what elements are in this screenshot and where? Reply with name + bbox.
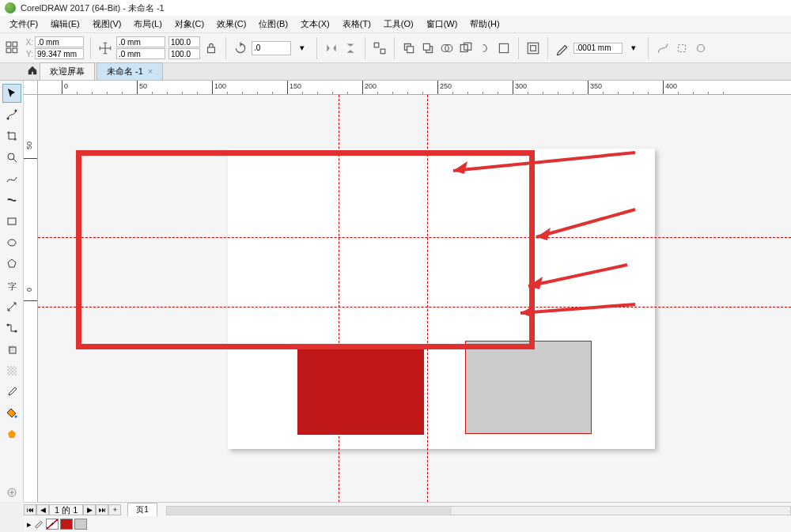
order-back-icon[interactable]	[420, 40, 436, 56]
close-tab-icon[interactable]: ×	[148, 66, 153, 76]
horizontal-ruler[interactable]: 050100150200250300350400	[38, 81, 791, 95]
polygon-tool[interactable]	[2, 255, 21, 274]
svg-rect-16	[528, 43, 539, 54]
mirror-h-icon[interactable]	[324, 40, 339, 56]
workspace: 050100150200250300350400 500	[24, 81, 791, 502]
svg-rect-6	[380, 49, 385, 54]
connector-tool[interactable]	[2, 319, 21, 338]
freehand-tool[interactable]	[2, 169, 21, 188]
rectangle-tool[interactable]	[2, 212, 21, 231]
crop-tool[interactable]	[2, 126, 21, 145]
svg-rect-17	[531, 45, 536, 51]
parallel-dim-tool[interactable]	[2, 297, 21, 316]
menu-layout[interactable]: 布局(L)	[127, 18, 168, 30]
scale-y-input[interactable]	[168, 48, 200, 59]
convert-curves-icon[interactable]	[655, 40, 671, 56]
zoom-tool[interactable]	[2, 148, 21, 167]
eyedropper-tool[interactable]	[2, 383, 21, 402]
toolbox: 字	[0, 81, 24, 502]
annotation-arrow	[520, 206, 639, 245]
tab-welcome[interactable]: 欢迎屏幕	[40, 62, 95, 80]
svg-rect-18	[679, 44, 686, 51]
menu-file[interactable]: 文件(F)	[3, 18, 44, 30]
edit-fill-icon[interactable]	[33, 518, 44, 530]
height-input[interactable]	[116, 48, 165, 59]
ellipse-tool[interactable]	[2, 233, 21, 252]
menu-window[interactable]: 窗口(W)	[420, 18, 464, 30]
red-filled-rectangle[interactable]	[297, 348, 424, 435]
outline-dropdown[interactable]: ▾	[626, 40, 642, 56]
menu-help[interactable]: 帮助(H)	[464, 18, 505, 30]
order-front-icon[interactable]	[401, 40, 417, 56]
tab-document[interactable]: 未命名 -1×	[97, 62, 163, 80]
rotation-icon	[233, 40, 248, 56]
svg-point-26	[6, 324, 9, 326]
svg-rect-28	[8, 345, 14, 352]
object-position-icon[interactable]	[5, 40, 21, 56]
quick-customize-icon[interactable]	[2, 483, 21, 502]
horizontal-scrollbar[interactable]	[166, 505, 791, 516]
outline-width-input[interactable]	[573, 43, 623, 54]
canvas[interactable]	[38, 95, 791, 502]
page-tab[interactable]: 页1	[127, 503, 157, 517]
swatch-red[interactable]	[60, 519, 73, 530]
pick-tool[interactable]	[2, 84, 21, 103]
page-counter: 1 的 1	[49, 504, 83, 515]
grey-rectangle[interactable]	[465, 341, 592, 434]
svg-point-27	[14, 330, 17, 333]
ruler-origin[interactable]	[24, 81, 38, 95]
scale-x-input[interactable]	[168, 36, 200, 47]
window-title: CorelDRAW 2017 (64-Bit) - 未命名 -1	[21, 2, 165, 14]
home-icon[interactable]	[27, 65, 38, 76]
menu-effects[interactable]: 效果(C)	[210, 18, 252, 30]
palette-arrow-icon[interactable]: ▸	[27, 519, 32, 530]
swatch-grey[interactable]	[74, 519, 87, 530]
rotation-input[interactable]	[252, 41, 291, 55]
svg-point-33	[14, 416, 17, 418]
menu-text[interactable]: 文本(X)	[294, 18, 336, 30]
menu-edit[interactable]: 编辑(E)	[44, 18, 86, 30]
annotation-arrow	[433, 149, 639, 180]
lock-ratio-icon[interactable]	[203, 40, 219, 56]
color-palette-bar: ▸	[24, 516, 791, 532]
artistic-media-tool[interactable]	[2, 191, 21, 209]
property-bar: X: Y: ▾ ▾	[0, 33, 791, 63]
smart-fill-tool[interactable]	[2, 425, 21, 444]
menu-bitmap[interactable]: 位图(B)	[252, 18, 294, 30]
page-next-button[interactable]: ▶	[83, 504, 96, 515]
svg-rect-10	[423, 43, 430, 50]
annotation-arrow	[513, 261, 631, 292]
page-add-button[interactable]: +	[108, 504, 121, 515]
menu-view[interactable]: 视图(V)	[86, 18, 128, 30]
fill-tool[interactable]	[2, 404, 21, 423]
svg-rect-23	[8, 218, 16, 224]
swatch-none[interactable]	[46, 519, 59, 530]
align-icon[interactable]	[372, 40, 388, 56]
x-label: X:	[24, 38, 33, 47]
intersect-icon[interactable]	[477, 40, 493, 56]
mirror-v-icon[interactable]	[343, 40, 358, 56]
svg-rect-4	[208, 47, 215, 52]
y-input[interactable]	[35, 48, 84, 59]
text-tool[interactable]: 字	[2, 276, 21, 295]
drop-shadow-tool[interactable]	[2, 340, 21, 359]
width-input[interactable]	[116, 36, 165, 47]
x-input[interactable]	[35, 36, 84, 47]
page-navigator: ⏮ ◀ 1 的 1 ▶ ⏭ +	[24, 504, 121, 515]
transparency-tool[interactable]	[2, 361, 21, 380]
simplify-icon[interactable]	[496, 40, 512, 56]
page-first-button[interactable]: ⏮	[24, 504, 36, 515]
combine-icon[interactable]	[525, 40, 541, 56]
rotation-spinner[interactable]: ▾	[294, 40, 310, 56]
menu-object[interactable]: 对象(C)	[168, 18, 210, 30]
menu-tools[interactable]: 工具(O)	[377, 18, 420, 30]
page-prev-button[interactable]: ◀	[36, 504, 49, 515]
shape-tool[interactable]	[2, 105, 21, 124]
options-icon[interactable]	[693, 40, 709, 56]
menu-table[interactable]: 表格(T)	[336, 18, 377, 30]
snap-icon[interactable]	[674, 40, 690, 56]
page-last-button[interactable]: ⏭	[96, 504, 108, 515]
trim-icon[interactable]	[458, 40, 474, 56]
vertical-ruler[interactable]: 500	[24, 95, 38, 502]
weld-icon[interactable]	[439, 40, 455, 56]
